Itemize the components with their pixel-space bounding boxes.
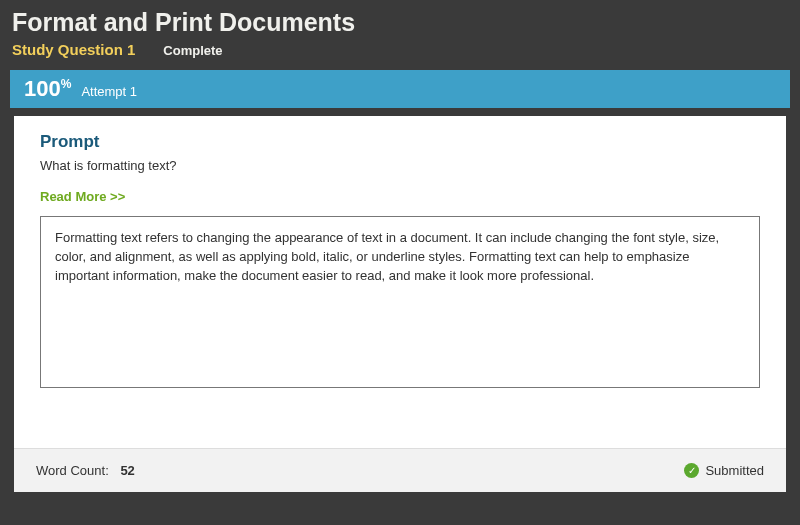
- read-more-link[interactable]: Read More >>: [40, 189, 125, 204]
- attempt-label: Attempt 1: [81, 84, 137, 99]
- subtitle-row: Study Question 1 Complete: [12, 41, 788, 58]
- score-value: 100%: [24, 76, 71, 102]
- word-count-label: Word Count:: [36, 463, 109, 478]
- prompt-text: What is formatting text?: [40, 158, 760, 173]
- score-bar: 100% Attempt 1: [10, 70, 790, 108]
- answer-textarea[interactable]: Formatting text refers to changing the a…: [40, 216, 760, 388]
- submitted-status: ✓ Submitted: [684, 463, 764, 478]
- prompt-heading: Prompt: [40, 132, 760, 152]
- page-title: Format and Print Documents: [12, 8, 788, 37]
- word-count: Word Count: 52: [36, 463, 135, 478]
- submitted-label: Submitted: [705, 463, 764, 478]
- score-suffix: %: [61, 77, 72, 91]
- prompt-card: Prompt What is formatting text? Read Mor…: [14, 116, 786, 448]
- question-label: Study Question 1: [12, 41, 135, 58]
- header: Format and Print Documents Study Questio…: [0, 0, 800, 64]
- status-label: Complete: [163, 43, 222, 58]
- score-number: 100: [24, 76, 61, 101]
- word-count-value: 52: [120, 463, 134, 478]
- check-circle-icon: ✓: [684, 463, 699, 478]
- footer-bar: Word Count: 52 ✓ Submitted: [14, 448, 786, 492]
